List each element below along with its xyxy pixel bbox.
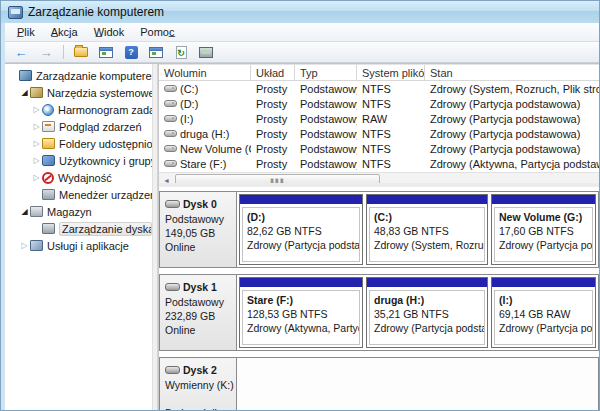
disk-status: Brak nośnika <box>165 406 232 410</box>
partition-bar <box>240 195 362 206</box>
partition-f[interactable]: Stare (F:) 128,53 GB NTFS Zdrowy (Aktywn… <box>239 277 363 348</box>
menu-plik[interactable]: P̲lik <box>9 24 43 40</box>
menu-bar: P̲lik A̲kcja W̲idok Pomoc̲ <box>5 23 599 42</box>
volume-filesystem: NTFS <box>357 98 425 110</box>
disk-size: 149,05 GB <box>165 226 232 240</box>
partition-bar <box>367 278 487 289</box>
partition-h[interactable]: druga (H:) 35,21 GB NTFS Zdrowy (Partycj… <box>366 277 488 348</box>
volume-status: Zdrowy (Partycja podstawowa) <box>425 143 599 155</box>
disk-size <box>165 392 232 406</box>
console-tree-button[interactable] <box>95 43 117 61</box>
volume-filesystem: NTFS <box>357 143 425 155</box>
column-header-uklad[interactable]: Układ <box>251 65 295 80</box>
partition-size: 128,53 GB NTFS <box>247 307 355 321</box>
partition-bar <box>492 195 595 206</box>
volume-layout: Prosty <box>251 158 295 170</box>
tree-item-services-applications[interactable]: ▷ Usługi i aplikacje <box>5 237 152 254</box>
scrollbar-thumb[interactable]: ▮▮▮ <box>175 174 380 187</box>
menu-akcja[interactable]: A̲kcja <box>43 24 86 40</box>
back-button[interactable]: ← <box>10 43 32 61</box>
volume-filesystem: NTFS <box>357 158 425 170</box>
volume-row[interactable]: druga (H:) Prosty Podstawowy NTFS Zdrowy… <box>159 126 599 141</box>
volume-row[interactable]: (C:) Prosty Podstawowy NTFS Zdrowy (Syst… <box>159 81 599 96</box>
partition-status: Zdrowy (Partycja podst <box>499 238 588 252</box>
volume-icon <box>164 160 177 167</box>
partition-name: New Volume (G:) <box>499 210 588 224</box>
partition-c[interactable]: (C:) 48,83 GB NTFS Zdrowy (System, Rozru… <box>366 194 488 265</box>
volume-layout: Prosty <box>251 98 295 110</box>
clock-icon <box>42 104 54 116</box>
device-manager-icon <box>42 189 55 200</box>
refresh-button[interactable]: ↻ <box>170 43 192 61</box>
partition-size: 17,60 GB NTFS <box>499 224 588 238</box>
folder-icon <box>74 47 88 57</box>
help-button[interactable]: ? <box>120 43 142 61</box>
storage-icon <box>30 206 43 217</box>
volume-name: (I:) <box>180 113 193 125</box>
partition-name: (D:) <box>247 210 355 224</box>
disk-icon <box>165 200 180 208</box>
volume-row[interactable]: (D:) Prosty Podstawowy NTFS Zdrowy (Part… <box>159 96 599 111</box>
rescan-disks-button[interactable] <box>195 43 217 61</box>
tree-item-performance[interactable]: ▷ Wydajność <box>5 169 152 186</box>
partition-status: Zdrowy (Partycja podstawo <box>247 238 355 252</box>
disk-size: 232,89 GB <box>165 309 232 323</box>
partitions-area: Stare (F:) 128,53 GB NTFS Zdrowy (Aktywn… <box>237 275 598 350</box>
forward-button[interactable]: → <box>35 43 57 61</box>
disk-management-pane: Wolumin Układ Typ System plików Stan (C:… <box>158 64 599 410</box>
disk-info-panel[interactable]: Dysk 2 Wymienny (K:) Brak nośnika <box>160 358 237 410</box>
partition-name: Stare (F:) <box>247 293 355 307</box>
partition-i[interactable]: (I:) 69,14 GB RAW Zdrowy (Partycja podst… <box>491 277 596 348</box>
horizontal-scrollbar[interactable]: ◄ ▮▮▮ <box>159 172 599 187</box>
scroll-left-icon[interactable]: ◄ <box>160 175 173 187</box>
partition-size: 82,62 GB NTFS <box>247 224 355 238</box>
volume-type: Podstawowy <box>295 113 357 125</box>
services-icon <box>30 240 43 251</box>
volume-icon <box>164 100 177 107</box>
partition-status: Zdrowy (Partycja podsta <box>374 321 480 335</box>
partition-d[interactable]: (D:) 82,62 GB NTFS Zdrowy (Partycja pods… <box>239 194 363 265</box>
tree-root-computer-management[interactable]: Zarządzanie komputerem (loka <box>5 67 152 84</box>
tree-item-system-tools[interactable]: ◢ Narzędzia systemowe <box>5 84 152 101</box>
shared-folder-icon <box>42 138 55 149</box>
volume-row[interactable]: (I:) Prosty Podstawowy RAW Zdrowy (Party… <box>159 111 599 126</box>
column-header-typ[interactable]: Typ <box>295 65 357 80</box>
tree-item-disk-management[interactable]: Zarządzanie dyskami <box>5 220 152 237</box>
menu-widok[interactable]: W̲idok <box>86 24 133 40</box>
tree-item-device-manager[interactable]: Menedżer urządzeń <box>5 186 152 203</box>
back-icon: ← <box>15 45 28 60</box>
title-bar[interactable]: Zarządzanie komputerem <box>1 1 599 23</box>
disk-icon <box>165 283 180 291</box>
partition-g[interactable]: New Volume (G:) 17,60 GB NTFS Zdrowy (Pa… <box>491 194 596 265</box>
volume-row[interactable]: Stare (F:) Prosty Podstawowy NTFS Zdrowy… <box>159 156 599 171</box>
partitions-area: (D:) 82,62 GB NTFS Zdrowy (Partycja pods… <box>237 192 598 267</box>
partition-name: druga (H:) <box>374 293 480 307</box>
volume-name: (D:) <box>180 98 198 110</box>
menu-pomoc[interactable]: Pomoc̲ <box>132 24 182 40</box>
performance-icon <box>42 172 54 184</box>
disk-info-panel[interactable]: Dysk 1 Podstawowy 232,89 GB Online <box>160 275 237 350</box>
toolbar: ← → ? ↻ <box>5 42 599 63</box>
disk-management-icon <box>42 223 55 234</box>
volume-row[interactable]: New Volume (G:) Prosty Podstawowy NTFS Z… <box>159 141 599 156</box>
column-header-system-plikow[interactable]: System plików <box>357 65 425 80</box>
tree-item-shared-folders[interactable]: ▷ Foldery udostępnione <box>5 135 152 152</box>
disk-info-panel[interactable]: Dysk 0 Podstawowy 149,05 GB Online <box>160 192 237 267</box>
volume-filesystem: NTFS <box>357 128 425 140</box>
partition-status: Zdrowy (Aktywna, Partycja p <box>247 321 355 335</box>
volume-icon <box>164 145 177 152</box>
column-header-stan[interactable]: Stan <box>425 65 599 80</box>
volume-type: Podstawowy <box>295 128 357 140</box>
tree-item-storage[interactable]: ◢ Magazyn <box>5 203 152 220</box>
tree-item-local-users-groups[interactable]: ▷ Użytkownicy i grupy lok <box>5 152 152 169</box>
tree-item-event-viewer[interactable]: ▷ Podgląd zdarzeń <box>5 118 152 135</box>
export-list-button[interactable] <box>70 43 92 61</box>
partition-name: (I:) <box>499 293 588 307</box>
column-header-wolumin[interactable]: Wolumin <box>159 65 251 80</box>
app-icon <box>8 6 23 19</box>
volume-status: Zdrowy (Partycja podstawowa) <box>425 128 599 140</box>
tree-item-task-scheduler[interactable]: ▷ Harmonogram zadań <box>5 101 152 118</box>
action-pane-button[interactable] <box>145 43 167 61</box>
partition-size: 69,14 GB RAW <box>499 307 588 321</box>
no-media-area[interactable] <box>237 358 598 410</box>
